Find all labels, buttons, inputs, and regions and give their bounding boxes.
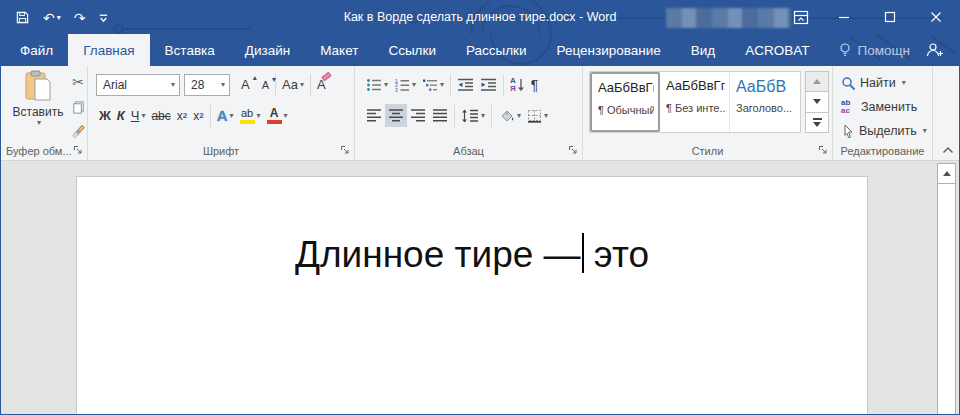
superscript-button[interactable]: x2 — [190, 104, 206, 127]
tab-layout[interactable]: Макет — [305, 34, 373, 66]
tab-file[interactable]: Файл — [5, 34, 68, 66]
font-size-caret: ▾ — [221, 81, 225, 89]
justify-button[interactable] — [429, 104, 451, 127]
customize-quick-access-icon — [98, 12, 109, 24]
paste-button[interactable]: Вставить ▾ — [9, 70, 67, 144]
numbering-icon: 1 2 3 — [394, 78, 410, 92]
align-left-icon — [366, 109, 382, 122]
align-right-button[interactable] — [407, 104, 429, 127]
highlight-caret: ▾ — [257, 112, 261, 120]
select-label: Выделить — [859, 124, 917, 138]
tab-insert[interactable]: Вставка — [150, 34, 230, 66]
style-card-no-spacing[interactable]: АаБбВвГг, ¶ Без инте... — [660, 72, 730, 132]
undo-button[interactable]: ↶ ▾ — [43, 11, 61, 25]
customize-quick-access-button[interactable] — [98, 12, 109, 24]
align-left-button[interactable] — [363, 104, 385, 127]
grow-font-arrow-icon: ▴ — [253, 73, 257, 82]
minimize-button[interactable] — [821, 1, 867, 32]
tab-references[interactable]: Ссылки — [373, 34, 451, 66]
tell-me-assistant[interactable]: Помощн — [824, 34, 925, 66]
vertical-scrollbar[interactable] — [937, 163, 956, 415]
clipboard-dialog-launcher[interactable] — [72, 144, 84, 156]
scrollbar-up-button[interactable] — [938, 164, 955, 184]
cut-scissors-icon: ✂ — [72, 74, 84, 90]
shading-button[interactable]: ▾ — [495, 104, 524, 127]
underline-button[interactable]: Ч ▾ — [128, 104, 149, 127]
numbering-button[interactable]: 1 2 3 ▾ — [391, 73, 419, 96]
group-font: Arial ▾ 28 ▾ А▴ A▾ Aa ▾ — [88, 66, 355, 160]
text-effects-button[interactable]: А ▾ — [214, 104, 237, 127]
multilevel-list-button[interactable]: ▾ — [419, 73, 447, 96]
tab-view[interactable]: Вид — [676, 34, 730, 66]
document-page[interactable]: Длинное тире — это — [76, 176, 868, 415]
borders-button[interactable]: ▾ — [524, 104, 551, 127]
styles-dialog-launcher[interactable] — [817, 144, 829, 156]
bold-button[interactable]: Ж — [96, 104, 114, 127]
style-card-normal[interactable]: АаБбВвГг, ¶ Обычный — [590, 72, 660, 132]
highlight-button[interactable]: ab ▾ — [237, 104, 264, 127]
cut-button[interactable]: ✂ — [67, 72, 89, 92]
tab-mailings[interactable]: Рассылки — [451, 34, 542, 66]
align-center-button[interactable] — [385, 104, 407, 127]
ribbon-tab-row: Файл Главная Вставка Дизайн Макет Ссылки… — [1, 34, 959, 66]
maximize-button[interactable] — [867, 1, 913, 32]
ribbon-display-options-button[interactable] — [787, 5, 815, 30]
shrink-font-button[interactable]: A▾ — [259, 73, 272, 96]
replace-button[interactable]: ab ac Заменить — [841, 96, 917, 118]
text-effects-caret: ▾ — [230, 112, 234, 120]
dialog-launcher-icon — [568, 145, 578, 155]
styles-more-button[interactable] — [806, 113, 828, 132]
group-styles: АаБбВвГг, ¶ Обычный АаБбВвГг, ¶ Без инте… — [583, 66, 833, 160]
window-title: Как в Ворде сделать длинное тире.docx - … — [1, 1, 959, 34]
paste-dropdown-caret[interactable]: ▾ — [37, 119, 41, 127]
share-person-add-icon[interactable] — [925, 42, 945, 58]
font-color-button[interactable]: А ▾ — [264, 104, 291, 127]
tab-design[interactable]: Дизайн — [230, 34, 305, 66]
styles-scroll-up-button[interactable] — [806, 72, 828, 92]
style-card-heading1[interactable]: АаБбВ Заголово... — [730, 72, 800, 132]
scrollbar-thumb[interactable] — [938, 185, 955, 415]
change-case-glyph: Aa — [282, 77, 298, 92]
line-spacing-button[interactable]: ▾ — [458, 104, 488, 127]
show-formatting-button[interactable]: ¶ — [528, 73, 542, 96]
styles-scroll-down-button[interactable] — [806, 92, 828, 112]
document-text[interactable]: Длинное тире — это — [77, 233, 867, 276]
format-painter-button[interactable] — [67, 122, 89, 142]
find-button[interactable]: Найти ▾ — [841, 72, 906, 94]
font-size-combo[interactable]: 28 ▾ — [184, 74, 230, 96]
grow-font-button[interactable]: А▴ — [238, 73, 253, 96]
bullets-button[interactable]: ▾ — [363, 73, 391, 96]
save-button[interactable] — [15, 10, 30, 25]
ribbon-display-options-icon — [793, 10, 809, 25]
multilevel-caret: ▾ — [440, 81, 444, 89]
tab-acrobat[interactable]: ACROBAT — [730, 34, 824, 66]
select-button[interactable]: Выделить ▾ — [841, 120, 927, 142]
maximize-icon — [884, 11, 896, 23]
increase-indent-button[interactable] — [477, 73, 500, 96]
font-name-value: Arial — [103, 78, 127, 92]
undo-dropdown-caret[interactable]: ▾ — [57, 14, 61, 22]
bullets-caret: ▾ — [384, 81, 388, 89]
sort-button[interactable]: А Я — [507, 73, 528, 96]
collapse-ribbon-chevron-icon — [942, 146, 954, 154]
strikethrough-button[interactable]: abc — [148, 104, 173, 127]
clipboard-small-buttons: ✂ — [67, 72, 89, 142]
tab-home[interactable]: Главная — [68, 34, 149, 66]
change-case-button[interactable]: Aa ▾ — [279, 73, 307, 96]
tab-review[interactable]: Рецензирование — [542, 34, 676, 66]
font-name-combo[interactable]: Arial ▾ — [96, 74, 180, 96]
subscript-button[interactable]: x2 — [174, 104, 190, 127]
collapse-ribbon-button[interactable] — [939, 142, 957, 158]
copy-button[interactable] — [67, 97, 89, 117]
redo-button[interactable]: ↷ — [74, 11, 86, 25]
font-dialog-launcher[interactable] — [339, 144, 351, 156]
close-button[interactable] — [913, 1, 959, 32]
styles-gallery: АаБбВвГг, ¶ Обычный АаБбВвГг, ¶ Без инте… — [589, 71, 801, 133]
paragraph-dialog-launcher[interactable] — [567, 144, 579, 156]
italic-button[interactable]: К — [114, 104, 128, 127]
replace-icon-bottom: ac — [841, 107, 857, 115]
decrease-indent-button[interactable] — [454, 73, 477, 96]
paste-clipboard-icon — [23, 70, 53, 102]
clear-formatting-button[interactable]: А — [314, 73, 329, 96]
tell-me-label: Помощн — [857, 43, 910, 58]
